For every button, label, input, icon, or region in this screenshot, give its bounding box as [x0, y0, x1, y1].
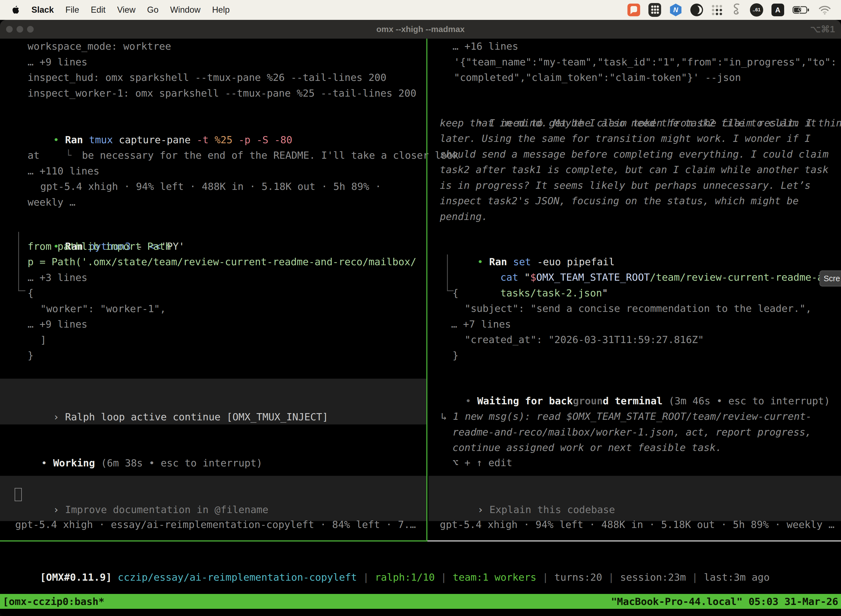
separator: |: [686, 572, 704, 583]
omx-version: [OMX#0.11.9]: [40, 572, 112, 583]
hexagon-glyph: N: [673, 6, 678, 14]
thinking-line: task2 after task1 is complete, but can I…: [0, 162, 841, 178]
separator: |: [536, 572, 554, 583]
chevron-icon: ›: [53, 504, 65, 515]
file-path: /team/review-current-readme-and-reco/: [650, 271, 841, 283]
command-args: -euo pipefail: [537, 256, 615, 267]
thinking-line: should send a message before completing …: [0, 147, 841, 162]
badge-61-label: ..61: [753, 7, 760, 13]
waiting-label: d terminal: [603, 395, 663, 406]
separator: |: [602, 572, 620, 583]
thinking-line: is in progress? It seems likely but perh…: [0, 178, 841, 194]
message-line: ↳ 1 new msg(s): read $OMX_TEAM_STATE_ROO…: [0, 409, 841, 424]
menu-item-view[interactable]: View: [117, 5, 135, 15]
separator: |: [435, 572, 453, 583]
text-cursor: [15, 488, 22, 501]
bullet-icon: •: [477, 256, 489, 267]
prompt-placeholder: Improve documentation in @filename: [65, 504, 268, 515]
separator: |: [357, 572, 375, 583]
terminal-line: … +7 lines: [0, 317, 841, 332]
terminal-content: workspace_mode: worktree … +9 lines insp…: [0, 39, 841, 616]
menu-item-go[interactable]: Go: [147, 5, 158, 15]
tmux-session-label[interactable]: [omx-cczip0:bash*: [3, 596, 104, 607]
right-pane-log-block: … +16 lines '{"team_name":"my-team","tas…: [0, 39, 841, 85]
tmux-host-clock: "MacBook-Pro-44.local" 05:03 31-Mar-26: [611, 596, 838, 607]
window-title: omx --xhigh --madmax: [0, 20, 841, 39]
ran-label: Ran: [489, 256, 513, 267]
hexagon-app-icon[interactable]: N: [670, 4, 682, 16]
menu-item-window[interactable]: Window: [170, 5, 200, 15]
menu-item-file[interactable]: File: [65, 5, 79, 15]
thinking-line: • I need to get the claim token from the…: [0, 100, 841, 115]
space: [112, 572, 118, 583]
waiting-label: Waiting for back: [477, 395, 573, 406]
thinking-line: pending.: [0, 209, 841, 224]
ran-set-block: • Ran set -euo pipefail cat "$OMX_TEAM_S…: [0, 238, 841, 363]
quote: ": [602, 287, 608, 299]
command-name: set: [513, 256, 537, 267]
menu-item-help[interactable]: Help: [212, 5, 230, 15]
battery-icon[interactable]: [793, 6, 810, 14]
a-key-icon[interactable]: A: [771, 4, 784, 16]
left-pane-bottom-border: [0, 540, 426, 541]
thinking-line: later. Using the same for transition mig…: [0, 131, 841, 147]
command-line: cat "$OMX_TEAM_STATE_ROOT/team/review-cu…: [0, 254, 841, 270]
right-pane-bottom-border: [428, 540, 841, 541]
omx-project: cczip/essay/ai-reimplementation-copyleft: [118, 572, 357, 583]
prompt-line: › Improve documentation in @filename: [0, 486, 268, 502]
command-line: • Ran python3 - <<'PY': [0, 223, 426, 239]
wifi-icon[interactable]: [818, 5, 831, 15]
terminal-line: … +16 lines: [0, 39, 841, 54]
chevron-icon: ›: [477, 504, 489, 515]
terminal-line: '{"team_name":"my-team","task_id":"1","f…: [0, 54, 841, 70]
menu-app-name[interactable]: Slack: [31, 5, 54, 15]
prompt-placeholder: Explain this codebase: [489, 504, 615, 515]
left-prompt-input[interactable]: › Improve documentation in @filename: [0, 476, 426, 521]
terminal-line: {: [0, 285, 841, 301]
turns-counter: turns:20: [554, 572, 602, 583]
thinking-line: inspect task2's JSON, focusing on the st…: [0, 193, 841, 209]
omx-status-bar: [OMX#0.11.9] cczip/essay/ai-reimplementa…: [0, 554, 769, 570]
bullet-icon: •: [465, 395, 477, 406]
crescent-app-icon[interactable]: [690, 4, 703, 16]
thinking-line: keep that in mind. Maybe I also need the…: [0, 115, 841, 131]
team-counter: team:1 workers: [453, 572, 536, 583]
chat-app-icon[interactable]: [627, 4, 640, 16]
right-prompt-input[interactable]: › Explain this codebase: [428, 476, 841, 521]
command-name: cat: [500, 271, 524, 283]
terminal-window: omx --xhigh --madmax ⌥⌘1 workspace_mode:…: [0, 20, 841, 616]
a-key-label: A: [775, 6, 781, 14]
tmux-status-bar: [omx-cczip0:bash* "MacBook-Pro-44.local"…: [0, 594, 841, 609]
keypad-app-icon[interactable]: [648, 3, 661, 17]
right-model-status-line: gpt-5.4 xhigh · 94% left · 488K in · 5.1…: [0, 517, 834, 532]
window-shortcut-badge: ⌥⌘1: [810, 20, 835, 39]
menu-item-edit[interactable]: Edit: [91, 5, 105, 15]
terminal-line: "created_at": "2026-03-31T11:59:27.816Z": [0, 332, 841, 348]
waiting-status-line: • Waiting for background terminal (3m 46…: [0, 378, 830, 393]
env-var: OMX_TEAM_STATE_ROOT: [536, 271, 650, 283]
file-path: tasks/task-2.json: [500, 287, 602, 299]
session-timer: session:23m: [620, 572, 686, 583]
dots-grid-icon[interactable]: [711, 4, 722, 15]
dollar-sign: $: [530, 271, 536, 283]
waiting-meta: (3m 46s • esc to interrupt): [662, 395, 830, 406]
message-line: readme-and-reco/mailbox/worker-1.json, a…: [0, 424, 841, 440]
last-activity: last:3m ago: [704, 572, 769, 583]
terminal-line: "subject": "send a concise recommendatio…: [0, 301, 841, 317]
apple-menu-icon[interactable]: [12, 5, 20, 15]
pane-divider-vertical[interactable]: [426, 39, 428, 541]
thinking-block: • I need to get the claim token from the…: [0, 100, 841, 224]
ralph-counter: ralph:1/10: [375, 572, 435, 583]
window-titlebar[interactable]: omx --xhigh --madmax ⌥⌘1: [0, 20, 841, 39]
screen-tooltip: Scre: [819, 270, 841, 286]
squiggle-icon[interactable]: [731, 3, 742, 17]
badge-61-icon[interactable]: ..61: [750, 3, 763, 16]
menu-bar: Slack File Edit View Go Window Help N ..…: [0, 0, 841, 20]
mailbox-message-block: ↳ 1 new msg(s): read $OMX_TEAM_STATE_ROO…: [0, 409, 841, 456]
waiting-label-dim: groun: [573, 395, 603, 406]
command-line: • Ran set -euo pipefail: [0, 238, 841, 254]
terminal-line: "completed","claim_token":"claim-token"}…: [0, 70, 841, 85]
quote: ": [524, 271, 530, 283]
injected-prompt-line: › Ralph loop active continue [OMX_TMUX_I…: [0, 393, 328, 409]
edit-hint-line: ⌥ + ↑ edit: [0, 455, 512, 471]
